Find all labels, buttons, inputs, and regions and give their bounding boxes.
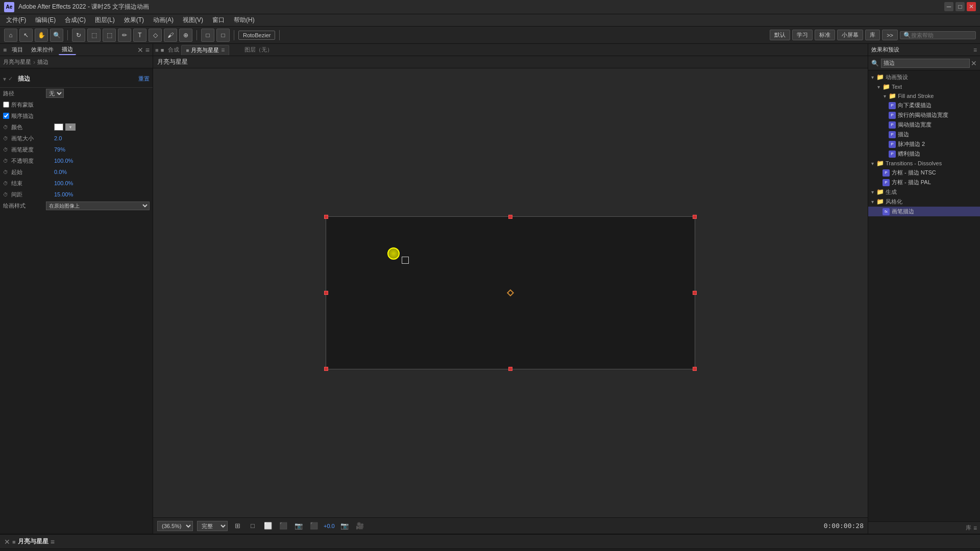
category-text[interactable]: ▾ 📁 Text xyxy=(868,82,980,91)
workspace-small-screen[interactable]: 小屏幕 xyxy=(837,30,863,40)
workspace-standard[interactable]: 标准 xyxy=(815,30,835,40)
breadcrumb-stroke[interactable]: 描边 xyxy=(37,58,48,66)
select-tool[interactable]: ↖ xyxy=(19,29,33,42)
camera-button2[interactable]: 🎥 xyxy=(354,520,365,532)
canvas-viewport[interactable] xyxy=(153,68,868,517)
region-button[interactable]: □ xyxy=(247,520,258,532)
effects-menu-icon[interactable]: ≡ xyxy=(973,46,977,54)
category-transitions-dissolves[interactable]: ▾ 📁 Transitions - Dissolves xyxy=(868,159,980,168)
rotate-tool[interactable]: ↻ xyxy=(72,29,85,42)
start-value[interactable]: 0.0% xyxy=(54,169,67,175)
zoom-select[interactable]: (36.5%) xyxy=(157,521,193,531)
fx-checkbox[interactable]: ✓ xyxy=(8,76,13,82)
end-value[interactable]: 100.0% xyxy=(54,180,73,186)
snapshot-button[interactable]: 📷 xyxy=(293,520,304,532)
menu-composition[interactable]: 合成(C) xyxy=(61,15,90,26)
effects-search-input[interactable] xyxy=(881,59,970,68)
handle-tm[interactable] xyxy=(508,215,512,219)
brush-hardness-value[interactable]: 79% xyxy=(54,146,65,153)
timeline-close-icon[interactable]: ✕ xyxy=(4,538,10,546)
item-soft-stroke[interactable]: P 向下柔缓描边 xyxy=(868,101,980,110)
color-swatch[interactable] xyxy=(54,123,63,131)
reset-button[interactable]: 重置 xyxy=(138,75,150,83)
workspace-more[interactable]: >> xyxy=(882,30,898,40)
color-stroke-checkbox[interactable] xyxy=(3,113,9,119)
panel-close-icon[interactable]: ✕ xyxy=(137,46,143,54)
item-brush-stroke[interactable]: fx 画笔描边 xyxy=(868,207,980,216)
rotobezier-button[interactable]: RotoBezier xyxy=(238,31,275,40)
pixel-aspect-button[interactable]: ⬛ xyxy=(278,520,289,532)
menu-layer[interactable]: 图层(L) xyxy=(91,15,119,26)
effects-bottom-menu[interactable]: ≡ xyxy=(973,524,977,532)
brush-size-stopwatch[interactable]: ⏱ xyxy=(3,136,8,141)
spacing-stopwatch[interactable]: ⏱ xyxy=(3,192,8,197)
fill-tool[interactable]: □ xyxy=(216,29,230,42)
menu-view[interactable]: 视图(V) xyxy=(179,15,207,26)
opacity-stopwatch[interactable]: ⏱ xyxy=(3,158,8,164)
tab-effect-controls[interactable]: 效果控件 xyxy=(28,45,57,55)
maximize-button[interactable]: □ xyxy=(955,2,965,11)
effects-search-clear[interactable]: ✕ xyxy=(971,59,977,67)
breadcrumb-moon[interactable]: 月亮与星星 xyxy=(3,58,31,66)
item-stroke-width[interactable]: P 揭动描边宽度 xyxy=(868,120,980,130)
brush-tool[interactable]: 🖌 xyxy=(164,29,177,42)
tab-project[interactable]: 项目 xyxy=(9,45,26,55)
comp-tab-moon[interactable]: ■ 月亮与星星 ≡ xyxy=(181,45,229,55)
handle-br[interactable] xyxy=(693,367,697,371)
item-frame-stroke-ntsc[interactable]: P 方框 - 描边 NTSC xyxy=(868,168,980,178)
hand-tool[interactable]: ✋ xyxy=(35,29,48,42)
menu-effects[interactable]: 效果(T) xyxy=(120,15,148,26)
category-generate[interactable]: ▾ 📁 生成 xyxy=(868,187,980,197)
quality-select[interactable]: 完整 xyxy=(197,521,228,531)
tool4[interactable]: ⬚ xyxy=(103,29,116,42)
minimize-button[interactable]: ─ xyxy=(944,2,953,11)
color-expand-button[interactable]: ▼ xyxy=(65,123,76,131)
workspace-default[interactable]: 默认 xyxy=(770,30,790,40)
brush-hardness-stopwatch[interactable]: ⏱ xyxy=(3,147,8,153)
item-sharp-stroke[interactable]: P 赠利描边 xyxy=(868,149,980,159)
menu-edit[interactable]: 编辑(E) xyxy=(31,15,60,26)
handle-tl[interactable] xyxy=(324,215,328,219)
item-pulse-stroke2[interactable]: P 脉冲描边 2 xyxy=(868,139,980,149)
menu-animation[interactable]: 动画(A) xyxy=(149,15,178,26)
item-stroke[interactable]: P 描边 xyxy=(868,130,980,139)
menu-window[interactable]: 窗口 xyxy=(208,15,229,26)
panel-menu-icon[interactable]: ≡ xyxy=(145,46,150,54)
workspace-library[interactable]: 库 xyxy=(865,30,880,40)
opacity-value[interactable]: 100.0% xyxy=(54,158,73,164)
menu-file[interactable]: 文件(F) xyxy=(2,15,30,26)
checkerboard-button[interactable]: ⬜ xyxy=(262,520,274,532)
search-input[interactable] xyxy=(911,32,972,38)
grid-button[interactable]: ⊞ xyxy=(232,520,243,532)
tool3[interactable]: ⬚ xyxy=(87,29,101,42)
category-stylize[interactable]: ▾ 📁 风格化 xyxy=(868,197,980,207)
handle-ml[interactable] xyxy=(324,291,328,295)
end-stopwatch[interactable]: ⏱ xyxy=(3,181,8,186)
handle-mr[interactable] xyxy=(693,291,697,295)
category-fill-stroke[interactable]: ▾ 📁 Fill and Stroke xyxy=(868,91,980,101)
handle-tr[interactable] xyxy=(693,215,697,219)
fx-expand-icon[interactable]: ▾ xyxy=(3,76,6,83)
timeline-menu-icon[interactable]: ≡ xyxy=(51,538,55,546)
zoom-tool[interactable]: 🔍 xyxy=(50,29,63,42)
handle-bl[interactable] xyxy=(324,367,328,371)
pen-tool[interactable]: ✏ xyxy=(118,29,131,42)
menu-help[interactable]: 帮助(H) xyxy=(230,15,259,26)
camera-button[interactable]: 📷 xyxy=(339,520,350,532)
path-select[interactable]: 无 xyxy=(46,89,64,98)
comp-tab-menu[interactable]: ≡ xyxy=(221,46,225,54)
category-animation-presets[interactable]: ▾ 📁 动画预设 xyxy=(868,72,980,82)
handle-bm[interactable] xyxy=(508,367,512,371)
all-masks-checkbox[interactable] xyxy=(3,102,9,108)
workspace-learning[interactable]: 学习 xyxy=(792,30,813,40)
puppet-tool[interactable]: ⊕ xyxy=(179,29,192,42)
help-search[interactable]: 🔍 xyxy=(900,31,976,39)
close-button[interactable]: ✕ xyxy=(967,2,976,11)
mask-feather-tool[interactable]: □ xyxy=(201,29,214,42)
home-button[interactable]: ⌂ xyxy=(4,29,17,42)
tab-stroke[interactable]: 描边 xyxy=(59,44,76,55)
shape-tool[interactable]: ◇ xyxy=(149,29,162,42)
color-picker[interactable]: ⬛ xyxy=(308,520,320,532)
color-stopwatch[interactable]: ⏱ xyxy=(3,124,8,130)
brush-size-value[interactable]: 2.0 xyxy=(54,135,62,141)
